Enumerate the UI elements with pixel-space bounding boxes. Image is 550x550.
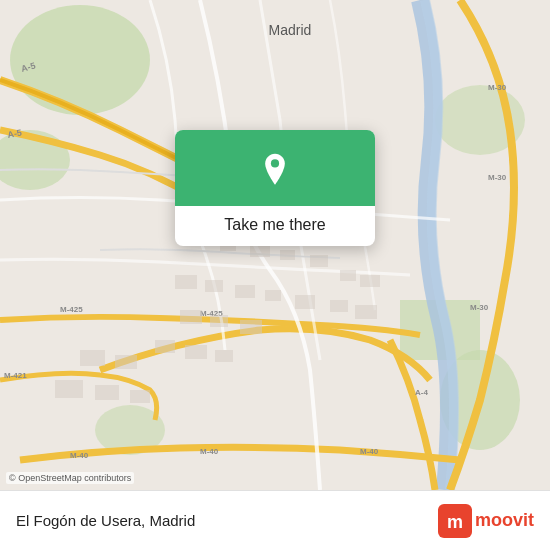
svg-rect-41 bbox=[80, 350, 105, 366]
bottom-bar: El Fogón de Usera, Madrid m moovit bbox=[0, 490, 550, 550]
svg-rect-29 bbox=[310, 255, 328, 267]
svg-text:M-30: M-30 bbox=[470, 303, 489, 312]
take-me-there-card[interactable]: Take me there bbox=[175, 130, 375, 246]
osm-attribution: © OpenStreetMap contributors bbox=[6, 472, 134, 484]
svg-text:M-30: M-30 bbox=[488, 83, 507, 92]
svg-rect-34 bbox=[295, 295, 315, 309]
moovit-logo: m moovit bbox=[438, 504, 534, 538]
svg-text:M-40: M-40 bbox=[70, 451, 89, 460]
svg-rect-48 bbox=[330, 300, 348, 312]
take-me-there-button[interactable]: Take me there bbox=[208, 206, 341, 246]
map-container: A-5 A-5 M-30 M-30 M-30 M-425 M-425 M-421… bbox=[0, 0, 550, 490]
moovit-text: moovit bbox=[475, 510, 534, 531]
svg-text:M-421: M-421 bbox=[4, 371, 27, 380]
svg-rect-40 bbox=[215, 350, 233, 362]
svg-rect-46 bbox=[340, 270, 356, 281]
svg-rect-39 bbox=[185, 345, 207, 359]
svg-rect-45 bbox=[130, 390, 150, 403]
svg-rect-36 bbox=[210, 315, 228, 327]
svg-rect-37 bbox=[240, 320, 262, 334]
svg-rect-47 bbox=[360, 275, 380, 287]
svg-text:m: m bbox=[447, 512, 463, 532]
svg-rect-28 bbox=[280, 250, 295, 260]
svg-rect-42 bbox=[115, 355, 137, 369]
card-green-area bbox=[175, 130, 375, 206]
svg-text:M-425: M-425 bbox=[60, 305, 83, 314]
svg-rect-32 bbox=[235, 285, 255, 298]
svg-text:A-4: A-4 bbox=[415, 388, 428, 397]
svg-rect-30 bbox=[175, 275, 197, 289]
svg-text:M-40: M-40 bbox=[200, 447, 219, 456]
svg-text:M-40: M-40 bbox=[360, 447, 379, 456]
place-name: El Fogón de Usera, Madrid bbox=[16, 512, 195, 529]
svg-rect-31 bbox=[205, 280, 223, 292]
svg-text:Madrid: Madrid bbox=[269, 22, 312, 38]
svg-rect-35 bbox=[180, 310, 202, 324]
svg-text:M-30: M-30 bbox=[488, 173, 507, 182]
svg-rect-27 bbox=[250, 245, 270, 257]
svg-rect-43 bbox=[55, 380, 83, 398]
svg-rect-38 bbox=[155, 340, 175, 353]
svg-rect-33 bbox=[265, 290, 281, 301]
location-pin-icon bbox=[257, 152, 293, 188]
svg-point-2 bbox=[10, 5, 150, 115]
svg-point-50 bbox=[271, 159, 279, 167]
moovit-logo-icon: m bbox=[438, 504, 472, 538]
svg-rect-44 bbox=[95, 385, 119, 400]
svg-rect-49 bbox=[355, 305, 377, 319]
